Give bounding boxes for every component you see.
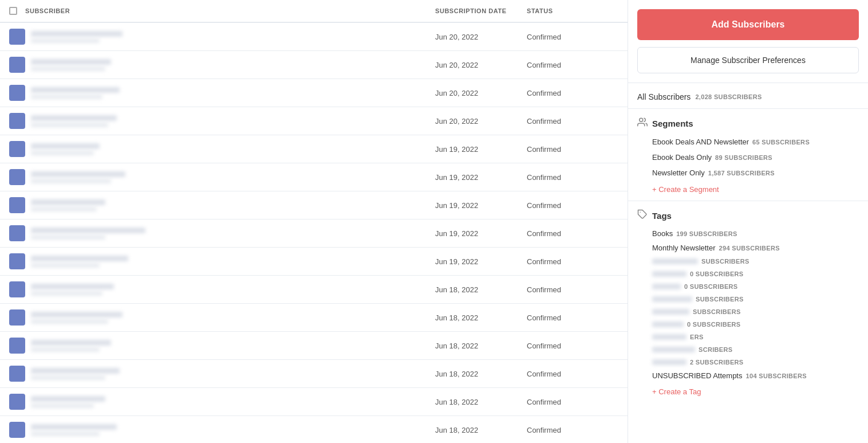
tags-section-header: Tags [628,201,868,226]
tags-title: Tags [652,211,672,221]
tag-item[interactable]: Monthly Newsletter 294 SUBSCRIBERS [628,241,868,255]
subscriber-name [31,340,111,346]
segment-count: 89 SUBSCRIBERS [715,154,772,161]
subscriber-avatar [9,281,25,297]
tags-icon [637,209,648,222]
select-all-checkbox[interactable] [9,7,17,15]
segment-count: 65 SUBSCRIBERS [752,139,810,146]
subscriber-name [31,31,123,37]
subscriber-cell [9,29,435,45]
subscriber-info [31,115,117,127]
tag-item[interactable]: 0 SUBSCRIBERS [628,268,868,280]
add-subscribers-button[interactable]: Add Subscribers [637,9,859,40]
subscriber-email [31,403,94,408]
table-row[interactable]: Jun 19, 2022 Confirmed [0,163,628,191]
tag-item[interactable]: SCRIBERS [628,343,868,356]
table-header: SUBSCRIBER SUBSCRIPTION DATE STATUS [0,0,628,23]
table-row[interactable]: Jun 19, 2022 Confirmed [0,135,628,163]
tag-item[interactable]: 0 SUBSCRIBERS [628,318,868,331]
segment-name: Newsletter Only [652,168,705,177]
table-row[interactable]: Jun 20, 2022 Confirmed [0,51,628,79]
table-row[interactable]: Jun 18, 2022 Confirmed [0,416,628,443]
tag-item[interactable]: Books 199 SUBSCRIBERS [628,226,868,241]
subscriber-avatar [9,225,25,241]
table-row[interactable]: Jun 20, 2022 Confirmed [0,23,628,51]
subscriber-cell [9,113,435,129]
subscriber-avatar [9,57,25,73]
subscriber-name [31,59,111,65]
svg-point-0 [640,118,643,121]
subscriber-email [31,319,108,324]
status: Confirmed [527,313,618,322]
tag-count: SCRIBERS [699,346,732,353]
subscriber-cell [9,309,435,326]
table-row[interactable]: Jun 19, 2022 Confirmed [0,248,628,276]
subscriber-avatar [9,309,25,326]
subscriber-email [31,207,97,211]
table-row[interactable]: Jun 18, 2022 Confirmed [0,360,628,388]
subscriber-email [31,66,105,71]
subscriber-info [31,368,120,380]
subscription-date: Jun 18, 2022 [435,313,527,322]
segments-section-header: Segments [628,109,868,134]
tag-name-blurred [652,258,698,264]
subscription-date: Jun 19, 2022 [435,145,527,154]
table-row[interactable]: Jun 19, 2022 Confirmed [0,191,628,219]
subscription-date: Jun 20, 2022 [435,89,527,97]
subscriber-cell [9,253,435,269]
tag-item[interactable]: SUBSCRIBERS [628,305,868,318]
subscriber-name [31,87,120,93]
subscriber-cell [9,338,435,354]
segment-item[interactable]: Ebook Deals AND Newsletter 65 SUBSCRIBER… [628,134,868,150]
status: Confirmed [527,285,618,294]
tag-count: SUBSCRIBERS [693,308,741,315]
subscriber-name [31,199,105,205]
status: Confirmed [527,33,618,41]
table-row[interactable]: Jun 18, 2022 Confirmed [0,332,628,360]
create-tag-link[interactable]: + Create a Tag [628,383,868,403]
tag-name-blurred [652,284,681,289]
subscriber-name [31,424,117,430]
create-segment-link[interactable]: + Create a Segment [628,181,868,201]
subscriber-info [31,228,145,240]
main-content: SUBSCRIBER SUBSCRIPTION DATE STATUS Jun … [0,0,628,443]
table-row[interactable]: Jun 20, 2022 Confirmed [0,107,628,135]
tag-item[interactable]: UNSUBSCRIBED Attempts 104 SUBSCRIBERS [628,368,868,383]
subscriber-cell [9,141,435,157]
table-row[interactable]: Jun 20, 2022 Confirmed [0,79,628,107]
tag-item[interactable]: SUBSCRIBERS [628,255,868,268]
subscriber-name [31,228,145,233]
tag-item[interactable]: 2 SUBSCRIBERS [628,356,868,368]
subscriber-cell [9,57,435,73]
table-row[interactable]: Jun 18, 2022 Confirmed [0,388,628,416]
subscription-date: Jun 18, 2022 [435,285,527,294]
subscriber-info [31,31,123,43]
tag-name-blurred [652,271,686,277]
tag-item[interactable]: ERS [628,331,868,343]
all-subscribers-row[interactable]: All Subscribers 2,028 SUBSCRIBERS [628,85,868,109]
status: Confirmed [527,342,618,350]
table-row[interactable]: Jun 19, 2022 Confirmed [0,219,628,248]
subscriber-info [31,396,105,408]
manage-preferences-button[interactable]: Manage Subscriber Preferences [637,47,859,73]
subscriber-avatar [9,338,25,354]
segment-item[interactable]: Newsletter Only 1,587 SUBSCRIBERS [628,165,868,181]
tag-count: 104 SUBSCRIBERS [746,373,807,379]
status: Confirmed [527,89,618,97]
subscriber-info [31,312,123,324]
table-row[interactable]: Jun 18, 2022 Confirmed [0,276,628,304]
tag-item[interactable]: SUBSCRIBERS [628,293,868,305]
segment-item[interactable]: Ebook Deals Only 89 SUBSCRIBERS [628,150,868,165]
tag-count: 0 SUBSCRIBERS [690,270,744,277]
table-row[interactable]: Jun 18, 2022 Confirmed [0,304,628,332]
subscriber-avatar [9,29,25,45]
subscriber-email [31,347,100,352]
subscriber-info [31,284,114,296]
subscriber-avatar [9,113,25,129]
tag-item[interactable]: 0 SUBSCRIBERS [628,280,868,293]
tags-section: Tags Books 199 SUBSCRIBERS Monthly Newsl… [628,201,868,403]
subscriber-email [31,38,100,43]
subscriber-header-label: SUBSCRIBER [25,7,70,14]
subscription-date: Jun 19, 2022 [435,229,527,238]
subscribers-table: SUBSCRIBER SUBSCRIPTION DATE STATUS Jun … [0,0,628,443]
